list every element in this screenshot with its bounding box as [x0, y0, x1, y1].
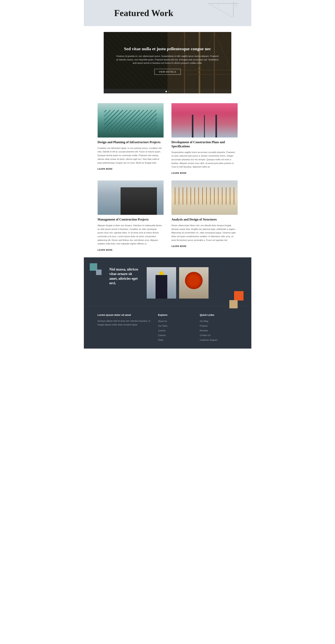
list-item: License	[158, 328, 196, 332]
cards-grid: Design and Planning of Infrastructure Pr…	[98, 103, 238, 252]
quick-contact-us[interactable]: Contact Us	[200, 334, 210, 336]
footer-explore-col: Explore About Us Our Team License Career…	[158, 314, 196, 343]
explore-faqs[interactable]: FAQs	[158, 339, 164, 341]
card-3-title: Management of Construction Projects	[98, 218, 164, 222]
card-2-body: Suspendisse sagittis lorem accumsan conv…	[171, 150, 238, 169]
list-item: Projects	[200, 324, 237, 328]
list-item: Careers	[158, 333, 196, 337]
orange-decorator	[234, 291, 243, 300]
slider-background: Sed vitae nulla et justo pellentesque co…	[104, 32, 231, 89]
quick-customer-support[interactable]: Customer Support	[200, 339, 217, 341]
card-3-learn-more[interactable]: LEARN MORE	[98, 249, 113, 251]
footer-bottom: Lorem ipsum dolor sit amet Quisque aliqu…	[84, 306, 251, 348]
slider-section: Sed vitae nulla et justo pellentesque co…	[84, 26, 251, 99]
footer-explore-heading: Explore	[158, 314, 196, 316]
footer-quick-links-col: Quick Links Our Blog Projects Reviews Co…	[200, 314, 237, 343]
explore-about-us[interactable]: About Us	[158, 320, 167, 322]
card-4-learn-more[interactable]: LEARN MORE	[171, 245, 187, 247]
slider-content: Sed vitae nulla et justo pellentesque co…	[116, 46, 219, 74]
card-4-image	[171, 180, 238, 215]
explore-license[interactable]: License	[158, 329, 166, 332]
slider-container: Sed vitae nulla et justo pellentesque co…	[104, 32, 231, 93]
slider-body: Vivamus id gravida mi, nec ullamcorper p…	[116, 54, 219, 65]
card-2: Development of Construction Plans and Sp…	[171, 103, 238, 174]
quick-our-blog[interactable]: Our Blog	[200, 320, 208, 322]
worker-image	[147, 267, 176, 298]
list-item: About Us	[158, 319, 196, 323]
header-banner: Featured Work	[84, 0, 251, 26]
svg-line-2	[208, 4, 232, 17]
bridge-sunset-image	[171, 103, 238, 138]
list-item: Our Team	[158, 324, 196, 328]
dark-quote: Nisl massa, ultrices vitae ornare sit am…	[109, 267, 141, 286]
footer-brand-title: Lorem ipsum dolor sit amet	[98, 314, 154, 316]
card-3: Management of Construction Projects Aliq…	[98, 180, 164, 252]
card-3-body: Aliquam feugiat ut diam non tempus. Inte…	[98, 224, 164, 246]
footer-quick-links-heading: Quick Links	[200, 314, 237, 316]
list-item: Reviews	[200, 328, 237, 332]
footer-brand-col: Lorem ipsum dolor sit amet Quisque aliqu…	[98, 314, 154, 343]
dark-section: Nisl massa, ultrices vitae ornare sit am…	[84, 257, 251, 348]
dark-images	[147, 267, 238, 298]
card-1-title: Design and Planning of Infrastructure Pr…	[98, 140, 164, 144]
quick-projects[interactable]: Projects	[200, 325, 208, 327]
bridge-structure-image	[171, 180, 238, 215]
tan-decorator	[229, 300, 238, 308]
card-2-title: Development of Construction Plans and Sp…	[171, 140, 238, 148]
slider-dot-1[interactable]	[166, 91, 167, 92]
quick-reviews[interactable]: Reviews	[200, 329, 208, 332]
bridge-green-image	[98, 103, 164, 138]
explore-our-team[interactable]: Our Team	[158, 325, 168, 327]
footer-quick-links-list: Our Blog Projects Reviews Contact Us Cus…	[200, 319, 237, 342]
dark-top: Nisl massa, ultrices vitae ornare sit am…	[84, 257, 251, 306]
slider-heading: Sed vitae nulla et justo pellentesque co…	[116, 46, 219, 52]
list-item: Customer Support	[200, 338, 237, 342]
cards-section: Design and Planning of Infrastructure Pr…	[84, 99, 251, 257]
card-1-body: Curabitur non bibendum ligula. In non pu…	[98, 146, 164, 164]
list-item: FAQs	[158, 338, 196, 342]
card-4-body: Donec ullamcorper libero nisl, nec bland…	[171, 224, 238, 242]
view-details-button[interactable]: VIEW DETAILS	[154, 69, 181, 75]
gray-decorator	[96, 270, 102, 275]
building-modern-image	[98, 180, 164, 215]
explore-careers[interactable]: Careers	[158, 334, 166, 336]
crane-decoration	[202, 0, 241, 17]
page-title: Featured Work	[114, 8, 173, 18]
list-item: Contact Us	[200, 333, 237, 337]
card-2-learn-more[interactable]: LEARN MORE	[171, 172, 187, 174]
card-1-learn-more[interactable]: LEARN MORE	[98, 168, 113, 170]
card-4: Analysis and Design of Structures Donec …	[171, 180, 238, 252]
dark-text-block: Nisl massa, ultrices vitae ornare sit am…	[109, 267, 141, 286]
card-1: Design and Planning of Infrastructure Pr…	[98, 103, 164, 174]
card-3-image	[98, 180, 164, 215]
footer-explore-list: About Us Our Team License Careers FAQs	[158, 319, 196, 342]
footer-brand-body: Quisque aliquet velit sit amet sem inter…	[98, 319, 154, 326]
card-2-image	[171, 103, 238, 138]
list-item: Our Blog	[200, 319, 237, 323]
card-4-title: Analysis and Design of Structures	[171, 218, 238, 222]
mixer-image	[179, 267, 209, 298]
card-1-image	[98, 103, 164, 138]
